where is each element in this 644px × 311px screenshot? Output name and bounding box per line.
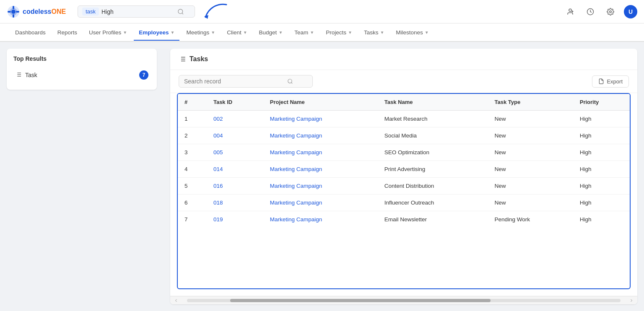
search-record-bar[interactable] — [179, 75, 313, 88]
cell-num: 5 — [178, 178, 207, 194]
col-task-id: Task ID — [207, 94, 263, 111]
cell-project-name[interactable]: Marketing Campaign — [263, 178, 378, 194]
header-icons: U — [564, 5, 637, 18]
cell-task-name: Content Distribution — [378, 178, 488, 194]
cell-project-name[interactable]: Marketing Campaign — [263, 161, 378, 178]
cell-task-id[interactable]: 016 — [207, 178, 263, 194]
app-logo[interactable]: codelessONE — [7, 5, 66, 18]
search-record-icon — [287, 78, 293, 84]
cell-project-name[interactable]: Marketing Campaign — [263, 111, 378, 127]
scrollbar-track[interactable] — [187, 299, 621, 302]
project-name-link[interactable]: Marketing Campaign — [270, 166, 322, 172]
table-header-row: # Task ID Project Name Task Name Task Ty… — [178, 94, 630, 111]
search-chip[interactable]: task — [82, 8, 99, 16]
cell-task-type: New — [488, 194, 573, 211]
cell-priority: High — [573, 111, 630, 127]
global-search-bar[interactable]: task — [78, 5, 195, 18]
svg-rect-4 — [16, 11, 19, 13]
cell-task-name: Email Newsletter — [378, 211, 488, 228]
col-priority: Priority — [573, 94, 630, 111]
task-id-link[interactable]: 018 — [213, 200, 223, 206]
logo-icon — [7, 5, 20, 18]
project-name-link[interactable]: Marketing Campaign — [270, 149, 322, 156]
tasks-table-wrapper[interactable]: # Task ID Project Name Task Name Task Ty… — [177, 93, 631, 289]
cell-task-name: Social Media — [378, 127, 488, 144]
nav-item-tasks[interactable]: Tasks ▼ — [359, 25, 389, 41]
cell-priority: High — [573, 194, 630, 211]
cell-task-id[interactable]: 018 — [207, 194, 263, 211]
col-task-name: Task Name — [378, 94, 488, 111]
sidebar: Top Results Task 7 — [0, 42, 164, 311]
nav-item-user-profiles[interactable]: User Profiles ▼ — [84, 25, 132, 41]
cell-task-id[interactable]: 019 — [207, 211, 263, 228]
content-area: Tasks Export # Task ID — [164, 42, 644, 311]
search-input[interactable] — [101, 8, 175, 15]
cell-task-id[interactable]: 014 — [207, 161, 263, 178]
chevron-down-icon: ▼ — [278, 30, 283, 35]
task-id-link[interactable]: 005 — [213, 149, 223, 156]
cell-task-type: New — [488, 144, 573, 161]
settings-button[interactable] — [604, 5, 617, 18]
table-row: 7 019 Marketing Campaign Email Newslette… — [178, 211, 630, 228]
cell-task-name: Market Research — [378, 111, 488, 127]
nav-item-budget[interactable]: Budget ▼ — [254, 25, 288, 41]
cell-task-type: New — [488, 178, 573, 194]
project-name-link[interactable]: Marketing Campaign — [270, 132, 322, 139]
tasks-card: Tasks Export # Task ID — [170, 49, 637, 304]
cell-project-name[interactable]: Marketing Campaign — [263, 194, 378, 211]
search-record-input[interactable] — [184, 78, 285, 85]
nav-item-team[interactable]: Team ▼ — [289, 25, 319, 41]
horizontal-scrollbar[interactable] — [170, 296, 637, 304]
nav-item-reports[interactable]: Reports — [52, 25, 82, 41]
avatar[interactable]: U — [624, 5, 637, 18]
nav-item-dashboards[interactable]: Dashboards — [10, 25, 51, 41]
cell-project-name[interactable]: Marketing Campaign — [263, 211, 378, 228]
history-button[interactable] — [584, 5, 597, 18]
tasks-list-icon — [179, 55, 186, 63]
project-name-link[interactable]: Marketing Campaign — [270, 183, 322, 189]
add-user-button[interactable] — [564, 5, 577, 18]
task-id-link[interactable]: 016 — [213, 183, 223, 189]
export-button[interactable]: Export — [592, 75, 629, 88]
table-row: 6 018 Marketing Campaign Influencer Outr… — [178, 194, 630, 211]
cell-task-type: Pending Work — [488, 211, 573, 228]
main-nav: Dashboards Reports User Profiles ▼ Emplo… — [0, 23, 644, 42]
project-name-link[interactable]: Marketing Campaign — [270, 216, 322, 223]
cell-project-name[interactable]: Marketing Campaign — [263, 127, 378, 144]
cell-task-id[interactable]: 005 — [207, 144, 263, 161]
cell-task-name: Print Advertising — [378, 161, 488, 178]
nav-item-client[interactable]: Client ▼ — [222, 25, 252, 41]
project-name-link[interactable]: Marketing Campaign — [270, 200, 322, 206]
nav-item-meetings[interactable]: Meetings ▼ — [181, 25, 220, 41]
svg-point-9 — [569, 9, 571, 11]
logo-text: codelessONE — [23, 8, 66, 16]
task-id-link[interactable]: 014 — [213, 166, 223, 172]
nav-item-projects[interactable]: Projects ▼ — [321, 25, 357, 41]
export-icon — [598, 78, 604, 84]
cell-num: 7 — [178, 211, 207, 228]
nav-item-milestones[interactable]: Milestones ▼ — [391, 25, 434, 41]
nav-item-employees[interactable]: Employees ▼ — [134, 25, 179, 41]
cell-task-id[interactable]: 004 — [207, 127, 263, 144]
table-row: 5 016 Marketing Campaign Content Distrib… — [178, 178, 630, 194]
col-task-type: Task Type — [488, 94, 573, 111]
cell-task-type: New — [488, 127, 573, 144]
chevron-down-icon: ▼ — [211, 30, 215, 35]
chevron-down-icon: ▼ — [380, 30, 384, 35]
task-id-link[interactable]: 019 — [213, 216, 223, 223]
list-icon — [15, 71, 22, 79]
scroll-right-icon[interactable] — [629, 298, 634, 303]
task-id-link[interactable]: 004 — [213, 132, 223, 139]
scroll-left-icon[interactable] — [174, 298, 179, 303]
cell-project-name[interactable]: Marketing Campaign — [263, 144, 378, 161]
project-name-link[interactable]: Marketing Campaign — [270, 116, 322, 122]
chevron-down-icon: ▼ — [425, 30, 429, 35]
chevron-down-icon: ▼ — [171, 30, 175, 35]
task-id-link[interactable]: 002 — [213, 116, 223, 122]
sidebar-card: Top Results Task 7 — [7, 49, 157, 90]
cell-task-id[interactable]: 002 — [207, 111, 263, 127]
cell-task-type: New — [488, 111, 573, 127]
chevron-down-icon: ▼ — [243, 30, 247, 35]
scrollbar-thumb[interactable] — [230, 299, 490, 302]
sidebar-item-task[interactable]: Task 7 — [13, 67, 150, 83]
